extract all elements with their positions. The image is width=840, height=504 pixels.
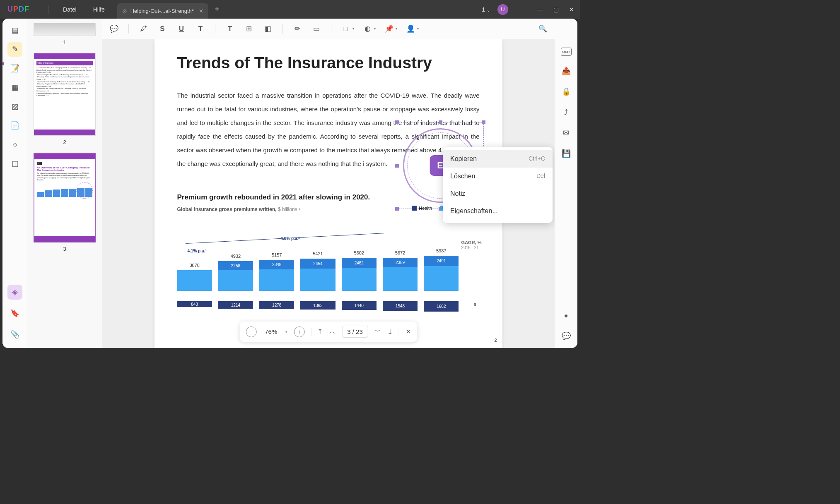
pencil-icon[interactable]: ✏ (292, 23, 303, 35)
page-controls: − 76% ▾ + ⤒ ︿ 3 / 23 ﹀ ⤓ ✕ (239, 322, 417, 342)
tab-doc-icon: ⊘ (122, 8, 127, 14)
attachment-icon[interactable]: 📎 (7, 327, 22, 342)
close-bar-icon[interactable]: ✕ (406, 328, 411, 336)
left-rail: ▤ ✎ 📝 ▦ ▨ 📄 ⟐ ◫ ◈ 🔖 📎 (2, 19, 27, 348)
menu-file[interactable]: Datei (55, 6, 85, 13)
ctx-note[interactable]: Notiz (443, 185, 553, 202)
tab-add-button[interactable]: + (215, 5, 220, 14)
prev-page-icon[interactable]: ︿ (329, 327, 336, 336)
page-title: Trends of The Insurance Industry (177, 54, 480, 72)
strikethrough-icon[interactable]: S (157, 23, 168, 35)
stamp-dropdown[interactable]: ◐▾ (362, 23, 376, 35)
thumbnail-3[interactable]: 01 An Overview of the Ever-Changing Tren… (34, 153, 96, 242)
ctx-copy[interactable]: KopierenCtrl+C (443, 150, 553, 168)
first-page-icon[interactable]: ⤒ (317, 328, 323, 336)
highlighter-icon[interactable]: 🖍 (138, 23, 149, 35)
thumbnail-panel: 1 Table of Contents An Overview of the E… (27, 19, 102, 348)
search-icon[interactable]: 🔍 (537, 23, 548, 35)
callout-icon[interactable]: ◧ (262, 23, 274, 35)
page-indicator[interactable]: 3 / 23 (342, 326, 368, 338)
thumb-label: 2 (34, 139, 96, 145)
signature-dropdown[interactable]: 👤▾ (405, 23, 419, 35)
thumb-label: 1 (34, 39, 96, 46)
chart-title: Premium growth rebounded in 2021 after s… (177, 193, 480, 202)
protect-icon[interactable]: 🔒 (560, 86, 572, 97)
save-icon[interactable]: 💾 (560, 148, 572, 159)
app-logo: UPDF (7, 5, 29, 14)
text-icon[interactable]: T (224, 23, 236, 35)
last-page-icon[interactable]: ⤓ (387, 328, 393, 336)
bookmark-icon[interactable]: 🔖 (7, 306, 22, 321)
thumbnail-1[interactable] (34, 23, 96, 36)
email-icon[interactable]: ✉ (560, 127, 572, 139)
zoom-level[interactable]: 76% (263, 328, 279, 335)
highlight-tool-icon[interactable]: ✎ (7, 42, 22, 57)
ai-icon[interactable]: ✦ (560, 310, 572, 322)
comment-icon[interactable]: 💬 (108, 23, 120, 35)
minimize-button[interactable]: — (536, 6, 544, 13)
titlebar: UPDF Datei Hilfe ⊘ Helping-Out-...al-Str… (0, 0, 580, 19)
outline-icon[interactable]: ▦ (7, 80, 22, 95)
ctx-delete[interactable]: LöschenDel (443, 168, 553, 185)
share-icon[interactable]: ⤴ (560, 106, 572, 118)
next-page-icon[interactable]: ﹀ (374, 327, 381, 336)
thumb-label: 3 (34, 246, 96, 252)
convert-icon[interactable]: 📤 (560, 65, 572, 77)
layers-icon[interactable]: ◈ (7, 285, 22, 300)
pin-dropdown[interactable]: 📌▾ (383, 23, 397, 35)
context-menu: KopierenCtrl+C LöschenDel Notiz Eigensch… (443, 147, 553, 223)
crop-tool-icon[interactable]: ⟐ (7, 137, 22, 152)
window-count[interactable]: 1 ⌄ (482, 6, 490, 13)
zoom-out-button[interactable]: − (246, 326, 256, 337)
eraser-icon[interactable]: ▭ (311, 23, 322, 35)
reader-mode-icon[interactable]: ▤ (7, 23, 22, 38)
squiggly-icon[interactable]: T (195, 23, 206, 35)
underline-icon[interactable]: U (176, 23, 187, 35)
tab-title: Helping-Out-...al-Strength* (130, 8, 194, 14)
zoom-dropdown-icon[interactable]: ▾ (285, 330, 287, 334)
ocr-icon[interactable]: OCR (561, 48, 572, 56)
compare-icon[interactable]: ◫ (7, 156, 22, 171)
tab-close-icon[interactable]: ✕ (199, 8, 203, 14)
close-button[interactable]: ✕ (567, 6, 576, 13)
main-area: 💬 🖍 S U T T ⊞ ◧ ✏ ▭ □▾ ◐▾ 📌▾ 👤▾ 🔍 Trends… (102, 19, 555, 348)
edit-tool-icon[interactable]: 📝 (7, 61, 22, 76)
right-rail: OCR 📤 🔒 ⤴ ✉ 💾 ✦ 💬 (555, 19, 577, 348)
page-tool-icon[interactable]: 📄 (7, 118, 22, 133)
zoom-in-button[interactable]: + (294, 326, 304, 337)
document-tab[interactable]: ⊘ Helping-Out-...al-Strength* ✕ (117, 3, 208, 19)
redact-icon[interactable]: ▨ (7, 99, 22, 114)
ctx-properties[interactable]: Eigenschaften... (443, 202, 553, 220)
user-avatar[interactable]: U (497, 4, 508, 15)
chat-icon[interactable]: 💬 (560, 330, 572, 342)
maximize-button[interactable]: ▢ (552, 6, 560, 13)
thumbnail-2[interactable]: Table of Contents An Overview of the Eve… (34, 53, 96, 136)
annotation-toolbar: 💬 🖍 S U T T ⊞ ◧ ✏ ▭ □▾ ◐▾ 📌▾ 👤▾ 🔍 (102, 19, 555, 39)
shape-dropdown[interactable]: □▾ (340, 23, 354, 35)
textbox-icon[interactable]: ⊞ (243, 23, 255, 35)
menu-help[interactable]: Hilfe (85, 6, 113, 13)
